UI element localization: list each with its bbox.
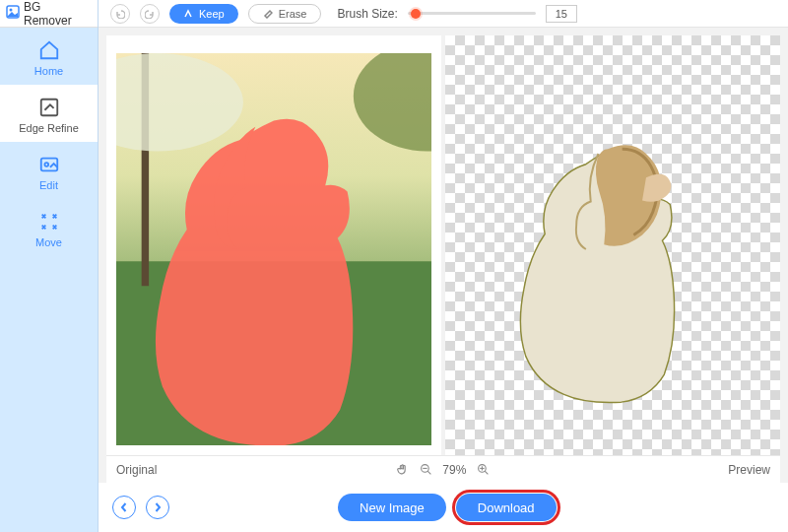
workspace: Original 79% Preview bbox=[98, 28, 788, 483]
redo-button[interactable] bbox=[140, 4, 160, 24]
brush-size-slider[interactable] bbox=[408, 7, 536, 21]
original-label: Original bbox=[116, 463, 157, 477]
app-logo-icon bbox=[6, 5, 20, 22]
logo-bar: BG Remover bbox=[0, 0, 98, 28]
erase-button[interactable]: Erase bbox=[248, 4, 322, 24]
move-icon bbox=[38, 211, 60, 233]
svg-line-16 bbox=[485, 471, 488, 474]
prev-button[interactable] bbox=[112, 496, 136, 519]
workspace-bottom-strip: Original 79% Preview bbox=[106, 455, 780, 483]
brush-size-label: Brush Size: bbox=[337, 7, 397, 21]
sidebar-item-label: Move bbox=[35, 236, 62, 248]
new-image-label: New Image bbox=[360, 500, 425, 515]
toolbar: Keep Erase Brush Size: 15 bbox=[98, 0, 788, 28]
brush-size-value: 15 bbox=[546, 5, 577, 23]
preview-label: Preview bbox=[728, 463, 770, 477]
new-image-button[interactable]: New Image bbox=[338, 494, 446, 521]
next-button[interactable] bbox=[146, 496, 169, 519]
erase-label: Erase bbox=[279, 8, 307, 20]
sidebar-item-move[interactable]: Move bbox=[0, 199, 98, 256]
download-label: Download bbox=[478, 500, 535, 515]
sidebar-item-label: Home bbox=[34, 65, 63, 77]
app-name: BG Remover bbox=[24, 0, 92, 28]
undo-button[interactable] bbox=[110, 4, 130, 24]
svg-rect-2 bbox=[40, 100, 57, 116]
slider-track bbox=[408, 12, 536, 15]
original-panel[interactable] bbox=[106, 35, 441, 455]
svg-point-4 bbox=[44, 163, 48, 166]
main-area: Keep Erase Brush Size: 15 bbox=[98, 0, 788, 532]
download-button[interactable]: Download bbox=[456, 494, 557, 521]
sidebar: BG Remover Home Edge Refine Edit Move bbox=[0, 0, 98, 532]
sidebar-item-edit[interactable]: Edit bbox=[0, 142, 98, 199]
home-icon bbox=[38, 39, 60, 61]
keep-button[interactable]: Keep bbox=[169, 4, 238, 24]
zoom-percent: 79% bbox=[442, 463, 466, 477]
edge-refine-icon bbox=[38, 97, 60, 118]
preview-panel[interactable] bbox=[445, 35, 780, 455]
sidebar-item-label: Edge Refine bbox=[19, 122, 79, 134]
zoom-out-button[interactable] bbox=[419, 463, 432, 477]
footer: New Image Download bbox=[98, 483, 788, 532]
slider-thumb[interactable] bbox=[411, 9, 421, 19]
sidebar-item-edge-refine[interactable]: Edge Refine bbox=[0, 85, 98, 142]
pan-hand-icon[interactable] bbox=[395, 463, 409, 477]
sidebar-item-home[interactable]: Home bbox=[0, 28, 98, 85]
svg-point-1 bbox=[10, 9, 13, 12]
svg-line-13 bbox=[427, 471, 430, 474]
zoom-in-button[interactable] bbox=[476, 463, 490, 477]
keep-label: Keep bbox=[199, 8, 225, 20]
edit-icon bbox=[38, 154, 60, 175]
sidebar-item-label: Edit bbox=[39, 179, 58, 191]
